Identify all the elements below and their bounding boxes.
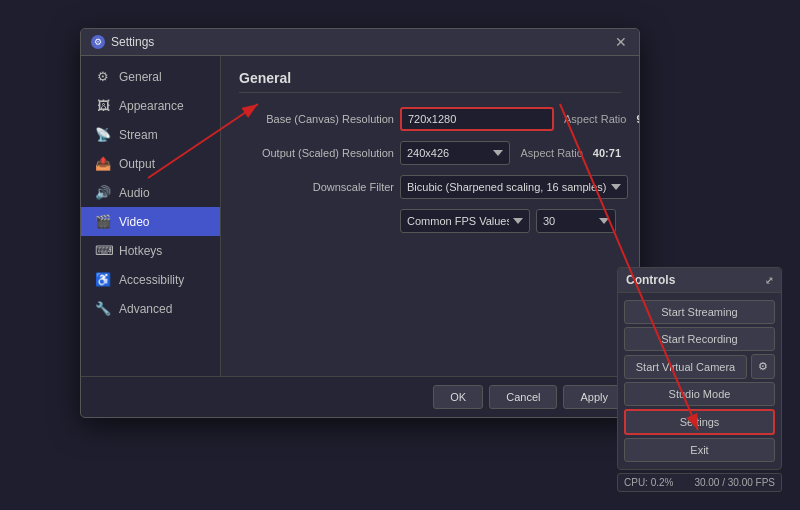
- studio-mode-button[interactable]: Studio Mode: [624, 382, 775, 406]
- sidebar-item-hotkeys[interactable]: ⌨ Hotkeys: [81, 236, 220, 265]
- sidebar-label-output: Output: [119, 157, 155, 171]
- start-recording-button[interactable]: Start Recording: [624, 327, 775, 351]
- sidebar-label-audio: Audio: [119, 186, 150, 200]
- sidebar-item-video[interactable]: 🎬 Video: [81, 207, 220, 236]
- sidebar-item-audio[interactable]: 🔊 Audio: [81, 178, 220, 207]
- output-aspect-label: Aspect Ratio: [520, 147, 582, 159]
- fps-status: 30.00 / 30.00 FPS: [694, 477, 775, 488]
- appearance-icon: 🖼: [95, 98, 111, 113]
- sidebar-label-hotkeys: Hotkeys: [119, 244, 162, 258]
- base-resolution-label: Base (Canvas) Resolution: [239, 113, 394, 125]
- stream-icon: 📡: [95, 127, 111, 142]
- base-resolution-input[interactable]: [400, 107, 554, 131]
- virtual-camera-settings-icon[interactable]: ⚙: [751, 354, 775, 379]
- output-resolution-select[interactable]: 240x426 720x1280: [400, 141, 510, 165]
- ok-button[interactable]: OK: [433, 385, 483, 409]
- sidebar-item-accessibility[interactable]: ♿ Accessibility: [81, 265, 220, 294]
- downscale-label: Downscale Filter: [239, 181, 394, 193]
- controls-title: Controls: [626, 273, 675, 287]
- dialog-footer: OK Cancel Apply: [81, 376, 639, 417]
- fps-row: Common FPS Values Integer FPS Value Frac…: [239, 209, 621, 233]
- sidebar-item-general[interactable]: ⚙ General: [81, 62, 220, 91]
- dialog-titlebar: ⚙ Settings ✕: [81, 29, 639, 56]
- downscale-select[interactable]: Bicubic (Sharpened scaling, 16 samples) …: [400, 175, 628, 199]
- video-icon: 🎬: [95, 214, 111, 229]
- apply-button[interactable]: Apply: [563, 385, 625, 409]
- virtual-camera-row: Start Virtual Camera ⚙: [624, 354, 775, 379]
- downscale-row: Downscale Filter Bicubic (Sharpened scal…: [239, 175, 621, 199]
- output-resolution-row: Output (Scaled) Resolution 240x426 720x1…: [239, 141, 621, 165]
- sidebar-item-stream[interactable]: 📡 Stream: [81, 120, 220, 149]
- controls-expand-icon: ⤢: [765, 275, 773, 286]
- settings-dialog: ⚙ Settings ✕ ⚙ General 🖼 Appearance 📡 St…: [80, 28, 640, 418]
- dialog-content: General Base (Canvas) Resolution Aspect …: [221, 56, 639, 376]
- base-aspect-value: 9:16: [636, 113, 639, 125]
- sidebar-item-output[interactable]: 📤 Output: [81, 149, 220, 178]
- sidebar-item-advanced[interactable]: 🔧 Advanced: [81, 294, 220, 323]
- sidebar-label-stream: Stream: [119, 128, 158, 142]
- cpu-usage: CPU: 0.2%: [624, 477, 673, 488]
- sidebar-label-advanced: Advanced: [119, 302, 172, 316]
- settings-icon: ⚙: [91, 35, 105, 49]
- base-aspect-label: Aspect Ratio: [564, 113, 626, 125]
- fps-type-select[interactable]: Common FPS Values Integer FPS Value Frac…: [400, 209, 530, 233]
- dialog-close-button[interactable]: ✕: [613, 35, 629, 49]
- sidebar-label-video: Video: [119, 215, 149, 229]
- dialog-title: ⚙ Settings: [91, 35, 154, 49]
- accessibility-icon: ♿: [95, 272, 111, 287]
- dialog-sidebar: ⚙ General 🖼 Appearance 📡 Stream 📤 Output…: [81, 56, 221, 376]
- sidebar-item-appearance[interactable]: 🖼 Appearance: [81, 91, 220, 120]
- controls-header: Controls ⤢: [618, 268, 781, 293]
- hotkeys-icon: ⌨: [95, 243, 111, 258]
- general-icon: ⚙: [95, 69, 111, 84]
- controls-body: Start Streaming Start Recording Start Vi…: [618, 293, 781, 469]
- exit-button[interactable]: Exit: [624, 438, 775, 462]
- start-virtual-camera-button[interactable]: Start Virtual Camera: [624, 355, 747, 379]
- audio-icon: 🔊: [95, 185, 111, 200]
- settings-button[interactable]: Settings: [624, 409, 775, 435]
- status-bar: CPU: 0.2% 30.00 / 30.00 FPS: [617, 473, 782, 492]
- dialog-title-text: Settings: [111, 35, 154, 49]
- fps-controls: Common FPS Values Integer FPS Value Frac…: [400, 209, 616, 233]
- start-streaming-button[interactable]: Start Streaming: [624, 300, 775, 324]
- content-title: General: [239, 70, 621, 93]
- base-resolution-row: Base (Canvas) Resolution Aspect Ratio 9:…: [239, 107, 621, 131]
- output-resolution-label: Output (Scaled) Resolution: [239, 147, 394, 159]
- dialog-body: ⚙ General 🖼 Appearance 📡 Stream 📤 Output…: [81, 56, 639, 376]
- sidebar-label-accessibility: Accessibility: [119, 273, 184, 287]
- output-icon: 📤: [95, 156, 111, 171]
- output-aspect-value: 40:71: [593, 147, 621, 159]
- cancel-button[interactable]: Cancel: [489, 385, 557, 409]
- controls-panel: Controls ⤢ Start Streaming Start Recordi…: [617, 267, 782, 470]
- sidebar-label-appearance: Appearance: [119, 99, 184, 113]
- advanced-icon: 🔧: [95, 301, 111, 316]
- fps-value-select[interactable]: 30 24 60: [536, 209, 616, 233]
- sidebar-label-general: General: [119, 70, 162, 84]
